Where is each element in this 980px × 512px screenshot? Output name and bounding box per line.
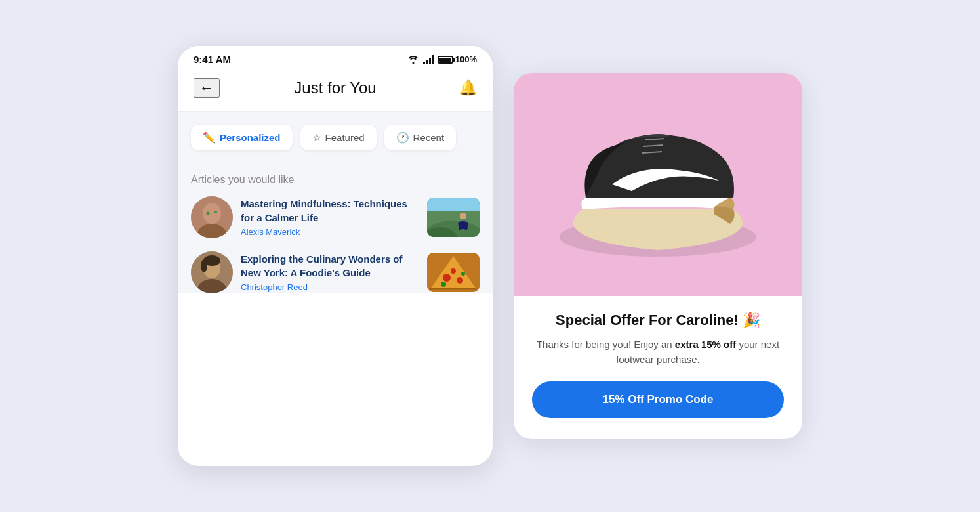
status-bar: 9:41 AM: [178, 46, 493, 70]
offer-title: Special Offer For Caroline! 🎉: [532, 312, 784, 329]
main-container: 9:41 AM: [0, 20, 980, 492]
offer-content: Special Offer For Caroline! 🎉 Thanks for…: [514, 296, 802, 440]
phone-header: ← Just for You 🔔: [178, 70, 493, 112]
svg-point-25: [461, 272, 465, 276]
article-author-1: Alexis Maverick: [241, 227, 419, 237]
svg-point-12: [460, 213, 466, 219]
back-button[interactable]: ←: [194, 78, 220, 98]
shoe-illustration: [546, 93, 769, 276]
svg-rect-2: [429, 58, 431, 64]
article-item-1[interactable]: Mastering Mindfulness: Techniques for a …: [191, 196, 480, 238]
article-thumb-2: [427, 253, 480, 292]
offer-image-area: [514, 73, 802, 296]
section-label: Articles you would like: [191, 174, 480, 186]
status-icons: 100%: [407, 54, 477, 64]
articles-section: Articles you would like Mastering Mindfu…: [178, 161, 493, 293]
svg-rect-3: [432, 55, 434, 64]
article-title-2: Exploring the Culinary Wonders of New Yo…: [241, 253, 419, 280]
avatar-1: [191, 196, 233, 238]
article-title-1: Mastering Mindfulness: Techniques for a …: [241, 198, 419, 224]
tab-recent[interactable]: 🕐 Recent: [384, 125, 457, 150]
signal-icon: [423, 55, 434, 64]
svg-point-24: [441, 282, 446, 287]
avatar-2: [191, 251, 233, 293]
offer-card: Special Offer For Caroline! 🎉 Thanks for…: [514, 73, 802, 440]
phone-mockup: 9:41 AM: [178, 46, 493, 466]
recent-icon: 🕐: [396, 131, 409, 144]
offer-description: Thanks for being you! Enjoy an extra 15%…: [532, 337, 784, 368]
article-info-2: Exploring the Culinary Wonders of New Yo…: [241, 253, 419, 292]
svg-rect-0: [423, 62, 425, 64]
svg-point-23: [451, 268, 456, 274]
status-time: 9:41 AM: [194, 54, 231, 65]
promo-code-button[interactable]: 15% Off Promo Code: [532, 381, 784, 418]
svg-point-5: [203, 203, 221, 224]
tab-personalized-label: Personalized: [220, 132, 281, 143]
article-author-2: Christopher Reed: [241, 282, 419, 292]
svg-point-22: [457, 277, 463, 284]
battery-percent: 100%: [455, 54, 477, 64]
tabs-bar: ✏️ Personalized ☆ Featured 🕐 Recent: [178, 112, 493, 161]
article-thumb-1: [427, 198, 480, 237]
svg-rect-13: [427, 198, 480, 211]
featured-icon: ☆: [312, 131, 321, 144]
tab-recent-label: Recent: [413, 132, 445, 143]
svg-point-18: [201, 259, 207, 272]
svg-point-8: [214, 211, 217, 213]
article-item-2[interactable]: Exploring the Culinary Wonders of New Yo…: [191, 251, 480, 293]
tab-featured[interactable]: ☆ Featured: [300, 125, 377, 150]
personalized-icon: ✏️: [203, 131, 216, 144]
tab-featured-label: Featured: [325, 132, 365, 143]
bell-icon[interactable]: 🔔: [451, 79, 477, 96]
article-info-1: Mastering Mindfulness: Techniques for a …: [241, 198, 419, 237]
svg-point-7: [207, 212, 210, 215]
tab-personalized[interactable]: ✏️ Personalized: [191, 125, 293, 150]
svg-point-21: [443, 274, 451, 282]
wifi-icon: [407, 55, 419, 64]
page-title: Just for You: [220, 79, 451, 97]
svg-rect-1: [426, 60, 428, 64]
battery-icon: 100%: [438, 54, 477, 64]
offer-emphasis: extra 15% off: [675, 339, 736, 350]
